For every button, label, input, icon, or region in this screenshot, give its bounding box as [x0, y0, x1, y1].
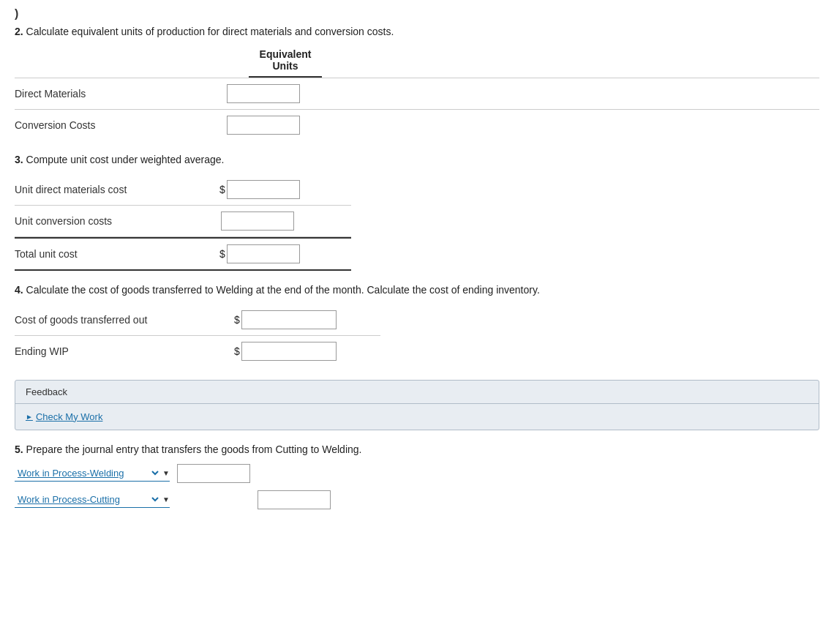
unit-conversion-input-wrap: [219, 211, 294, 231]
select-arrow-1: ▼: [162, 469, 170, 477]
paren-label: ): [15, 7, 18, 20]
section3-number: 3.: [15, 154, 23, 165]
cost-goods-row: Cost of goods transferred out $: [15, 304, 380, 336]
unit-conversion-row: Unit conversion costs: [15, 206, 351, 237]
ending-wip-input[interactable]: [241, 342, 337, 361]
section5-header: 5. Prepare the journal entry that transf…: [15, 443, 819, 455]
direct-materials-input[interactable]: [227, 84, 300, 103]
ending-wip-label: Ending WIP: [15, 345, 234, 357]
section4-form: Cost of goods transferred out $ Ending W…: [15, 304, 380, 367]
section5-text: Prepare the journal entry that transfers…: [23, 443, 362, 455]
feedback-header: Feedback: [15, 381, 819, 404]
section3-text: Compute unit cost under weighted average…: [23, 154, 225, 165]
account-select-2-wrapper: Work in Process-Cutting Work in Process-…: [15, 492, 170, 508]
journal-row-1: Work in Process-Welding Work in Process-…: [15, 464, 819, 483]
unit-direct-prefix: $: [219, 184, 225, 195]
section2-number: 2.: [15, 26, 23, 37]
journal-row-2: Work in Process-Cutting Work in Process-…: [15, 490, 819, 509]
cost-goods-input-wrap: $: [234, 310, 337, 329]
cost-goods-label: Cost of goods transferred out: [15, 314, 234, 326]
ending-wip-row: Ending WIP $: [15, 336, 380, 367]
unit-direct-materials-row: Unit direct materials cost $: [15, 174, 351, 206]
unit-direct-materials-label: Unit direct materials cost: [15, 184, 219, 195]
total-unit-cost-row: Total unit cost $: [15, 237, 351, 271]
total-unit-cost-label: Total unit cost: [15, 248, 219, 260]
conversion-costs-label: Conversion Costs: [15, 119, 219, 131]
section2-header: 2. Calculate equivalent units of product…: [15, 25, 819, 40]
direct-materials-input-wrap: [219, 84, 307, 103]
section4-text: Calculate the cost of goods transferred …: [23, 284, 540, 296]
check-arrow-icon: ►: [26, 413, 33, 421]
account-select-2[interactable]: Work in Process-Cutting Work in Process-…: [15, 492, 161, 507]
section5-number: 5.: [15, 443, 23, 455]
section2-text: Calculate equivalent units of production…: [23, 26, 394, 37]
feedback-box: Feedback ► Check My Work: [15, 380, 819, 430]
ending-wip-prefix: $: [234, 345, 240, 357]
conversion-costs-input-wrap: [219, 116, 307, 135]
journal-credit-2[interactable]: [258, 490, 331, 509]
cost-goods-prefix: $: [234, 314, 240, 326]
section3-form: Unit direct materials cost $ Unit conver…: [15, 174, 351, 271]
conversion-costs-input[interactable]: [227, 116, 300, 135]
account-select-1-wrapper: Work in Process-Welding Work in Process-…: [15, 465, 170, 482]
section4-number: 4.: [15, 284, 23, 296]
account-select-1[interactable]: Work in Process-Welding Work in Process-…: [15, 465, 161, 481]
direct-materials-row: Direct Materials: [15, 78, 819, 109]
select-arrow-2: ▼: [162, 495, 170, 503]
section3-header: 3. Compute unit cost under weighted aver…: [15, 154, 819, 165]
section2-table: Equivalent Units Direct Materials Conver…: [15, 48, 819, 141]
total-unit-cost-input-wrap: $: [219, 244, 300, 263]
direct-materials-label: Direct Materials: [15, 88, 219, 100]
total-unit-cost-input[interactable]: [227, 244, 300, 263]
cost-goods-input[interactable]: [241, 310, 337, 329]
total-unit-prefix: $: [219, 248, 225, 260]
unit-conversion-label: Unit conversion costs: [15, 215, 219, 227]
unit-direct-materials-input-wrap: $: [219, 180, 300, 199]
check-my-work-label: Check My Work: [36, 411, 103, 422]
unit-direct-materials-input[interactable]: [227, 180, 300, 199]
section5: 5. Prepare the journal entry that transf…: [15, 443, 819, 509]
journal-debit-1[interactable]: [177, 464, 250, 483]
feedback-body: ► Check My Work: [15, 404, 819, 430]
conversion-costs-row: Conversion Costs: [15, 109, 819, 141]
ending-wip-input-wrap: $: [234, 342, 337, 361]
equiv-units-header: Equivalent Units: [249, 48, 322, 78]
section4-header: 4. Calculate the cost of goods transferr…: [15, 284, 819, 296]
check-my-work-link[interactable]: ► Check My Work: [26, 411, 808, 422]
unit-conversion-input[interactable]: [221, 211, 294, 231]
